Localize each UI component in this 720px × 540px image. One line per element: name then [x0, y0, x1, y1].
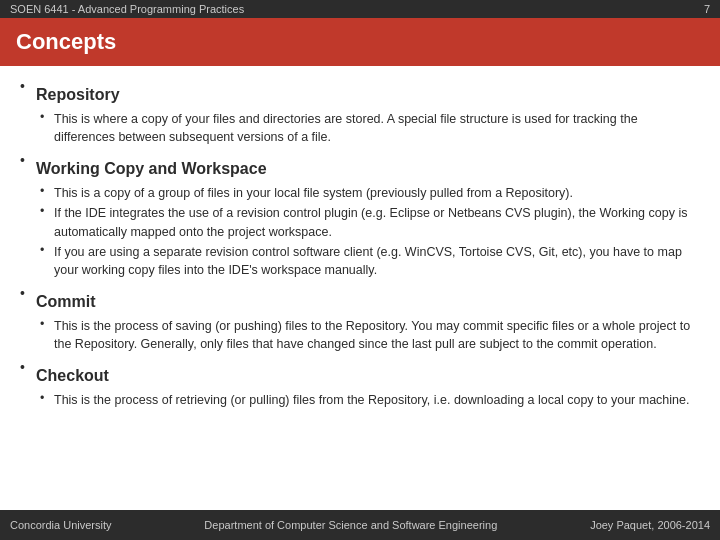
- bullet-dot: •: [40, 110, 54, 146]
- header-title: Concepts: [16, 29, 116, 55]
- section-working-copy: • Working Copy and Workspace: [20, 152, 700, 182]
- section-checkout: • Checkout: [20, 359, 700, 389]
- wc-text-3: If you are using a separate revision con…: [54, 243, 700, 279]
- top-bar: SOEN 6441 - Advanced Programming Practic…: [0, 0, 720, 18]
- section-title-checkout: Checkout: [36, 367, 109, 385]
- bullet-dot: •: [40, 317, 54, 353]
- section-repository: • Repository: [20, 78, 700, 108]
- bullet-dot: •: [40, 204, 54, 240]
- wc-bullet-1: • This is a copy of a group of files in …: [40, 184, 700, 202]
- repo-text-1: This is where a copy of your files and d…: [54, 110, 700, 146]
- checkout-bullet-1: • This is the process of retrieving (or …: [40, 391, 700, 409]
- bullet-dot: •: [40, 184, 54, 202]
- wc-text-1: This is a copy of a group of files in yo…: [54, 184, 573, 202]
- bullet-dot: •: [20, 359, 36, 375]
- footer-center: Department of Computer Science and Softw…: [204, 519, 497, 531]
- checkout-text-1: This is the process of retrieving (or pu…: [54, 391, 689, 409]
- bullet-dot: •: [20, 285, 36, 301]
- commit-bullet-1: • This is the process of saving (or push…: [40, 317, 700, 353]
- commit-text-1: This is the process of saving (or pushin…: [54, 317, 700, 353]
- bullet-dot: •: [20, 152, 36, 168]
- page-number: 7: [704, 3, 710, 15]
- footer: Concordia University Department of Compu…: [0, 510, 720, 540]
- bullet-dot: •: [40, 243, 54, 279]
- section-title-working-copy: Working Copy and Workspace: [36, 160, 267, 178]
- section-commit: • Commit: [20, 285, 700, 315]
- slide-header: Concepts: [0, 18, 720, 66]
- section-title-commit: Commit: [36, 293, 96, 311]
- footer-right: Joey Paquet, 2006-2014: [590, 519, 710, 531]
- content-area: • Repository • This is where a copy of y…: [0, 66, 720, 510]
- wc-bullet-2: • If the IDE integrates the use of a rev…: [40, 204, 700, 240]
- section-title-repository: Repository: [36, 86, 120, 104]
- footer-left: Concordia University: [10, 519, 111, 531]
- top-bar-title: SOEN 6441 - Advanced Programming Practic…: [10, 3, 244, 15]
- repo-bullet-1: • This is where a copy of your files and…: [40, 110, 700, 146]
- wc-text-2: If the IDE integrates the use of a revis…: [54, 204, 700, 240]
- bullet-dot: •: [40, 391, 54, 409]
- bullet-dot: •: [20, 78, 36, 94]
- wc-bullet-3: • If you are using a separate revision c…: [40, 243, 700, 279]
